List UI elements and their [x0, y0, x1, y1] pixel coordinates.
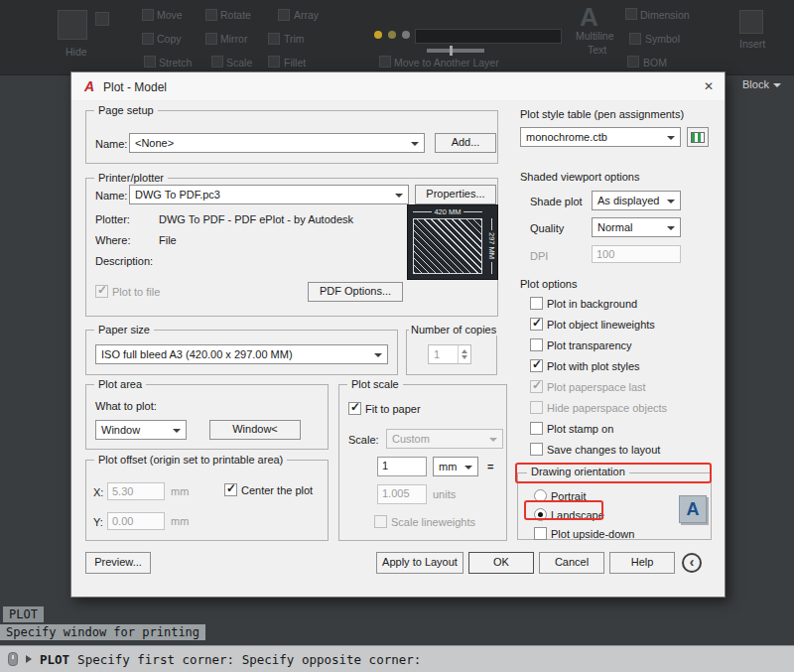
chevron-down-icon — [464, 466, 472, 470]
quality-label: Quality — [530, 222, 564, 234]
copies-spinner: 1 — [428, 344, 471, 364]
portrait-label: Portrait — [551, 490, 586, 502]
ribbon-label-fillet: Fillet — [284, 57, 306, 68]
window-pick-button[interactable]: Window< — [209, 420, 301, 440]
hide-paperspace-objects-label: Hide paperspace objects — [547, 402, 667, 414]
chevron-down-icon — [374, 353, 382, 357]
plot-dialog: A Plot - Model ✕ Page setup Name: <None>… — [70, 71, 726, 598]
where-value: File — [159, 234, 177, 246]
paper-size-dropdown[interactable]: ISO full bleed A3 (420.00 x 297.00 MM) — [95, 344, 388, 364]
page-setup-name-dropdown[interactable]: <None> — [129, 133, 425, 153]
scale-dropdown: Custom — [386, 429, 503, 449]
ribbon-label-array: Array — [294, 9, 319, 21]
symbol-icon — [629, 33, 641, 45]
what-to-plot-dropdown[interactable]: Window — [95, 420, 187, 440]
pdf-options-button[interactable]: PDF Options... — [308, 282, 403, 302]
ribbon-label-rotate: Rotate — [220, 9, 251, 21]
hide-paperspace-objects-checkbox — [530, 401, 543, 414]
ribbon-slider — [427, 49, 484, 53]
ribbon: A Move Rotate Array Dimension Copy Mirro… — [0, 0, 794, 75]
scale-denominator-field: 1.005 — [377, 484, 427, 504]
offset-x-unit: mm — [171, 485, 189, 497]
block-panel-label: Block — [742, 78, 781, 90]
fit-to-paper-checkbox[interactable] — [348, 402, 361, 415]
plot-upside-down-checkbox[interactable] — [534, 527, 547, 540]
ribbon-label-move: Move — [157, 9, 183, 21]
properties-button[interactable]: Properties... — [415, 185, 496, 204]
apply-to-layout-button[interactable]: Apply to Layout — [376, 552, 463, 574]
plot-in-background-checkbox[interactable] — [530, 297, 543, 310]
orientation-legend: Drawing orientation — [527, 466, 629, 477]
plot-transparency-checkbox[interactable] — [530, 338, 543, 351]
spinner-arrows-icon — [458, 345, 470, 363]
plot-with-plot-styles-checkbox[interactable] — [530, 359, 543, 372]
copies-legend: Number of copies — [409, 324, 498, 336]
dimension-icon — [625, 8, 637, 20]
text-tool-icon: A — [580, 2, 598, 33]
printer-name-dropdown[interactable]: DWG To PDF.pc3 — [129, 185, 409, 204]
plot-scale-legend: Plot scale — [347, 378, 403, 390]
plot-stamp-on-checkbox[interactable] — [530, 422, 543, 435]
plotter-label: Plotter: — [95, 213, 130, 225]
scale-icon — [211, 56, 223, 67]
help-button[interactable]: Help — [609, 552, 675, 574]
shade-plot-label: Shade plot — [530, 196, 583, 207]
quality-dropdown[interactable]: Normal — [592, 217, 681, 237]
ribbon-label-text: Text — [588, 44, 606, 56]
where-label: Where: — [95, 234, 130, 246]
center-plot-label: Center the plot — [241, 484, 313, 496]
dpi-field: 100 — [592, 245, 681, 263]
save-changes-to-layout-checkbox[interactable] — [530, 443, 543, 456]
dialog-titlebar[interactable]: A Plot - Model ✕ — [71, 72, 725, 100]
command-prompt-command: PLOT — [40, 652, 69, 667]
copy-icon — [142, 33, 154, 45]
preview-button[interactable]: Preview... — [85, 552, 151, 574]
plot-object-lineweights-checkbox[interactable] — [530, 318, 543, 331]
ribbon-label-mirror: Mirror — [220, 33, 247, 45]
plot-with-plot-styles-label: Plot with plot styles — [547, 360, 640, 372]
ribbon-label-bom: BOM — [643, 57, 667, 68]
paper-height-dimension: 297 MM — [485, 218, 497, 274]
fillet-icon — [268, 56, 280, 67]
close-icon[interactable]: ✕ — [699, 77, 719, 95]
ok-button[interactable]: OK — [468, 552, 534, 574]
offset-y-label: Y: — [93, 516, 103, 528]
plot-to-file-checkbox — [95, 285, 108, 298]
fewer-options-button[interactable]: ‹ — [682, 553, 702, 573]
plot-style-dropdown[interactable]: monochrome.ctb — [520, 127, 681, 147]
plot-in-background-label: Plot in background — [547, 298, 637, 310]
rotate-icon — [205, 9, 217, 21]
scale-equals-sign: = — [487, 461, 493, 472]
command-history-line: Specify window for printing — [0, 624, 205, 640]
ribbon-label-copy: Copy — [157, 33, 182, 45]
plot-upside-down-label: Plot upside-down — [551, 528, 634, 540]
offset-x-field: 5.30 — [107, 482, 165, 500]
description-label: Description: — [95, 255, 153, 267]
center-plot-checkbox[interactable] — [224, 483, 237, 496]
stretch-icon — [144, 56, 156, 67]
ribbon-label-dimension: Dimension — [640, 9, 690, 21]
edit-plot-style-button[interactable] — [687, 127, 709, 147]
command-input-bar[interactable]: PLOTSpecify first corner: Specify opposi… — [0, 645, 794, 672]
landscape-radio[interactable] — [534, 508, 547, 521]
ribbon-layer-field — [415, 29, 562, 44]
portrait-radio[interactable] — [534, 489, 547, 502]
ribbon-icon — [95, 12, 109, 26]
shaded-options-label: Shaded viewport options — [520, 171, 639, 183]
chevron-down-icon — [667, 136, 675, 140]
plot-stamp-on-label: Plot stamp on — [547, 423, 613, 435]
cancel-button[interactable]: Cancel — [539, 552, 604, 574]
shade-plot-dropdown[interactable]: As displayed — [592, 191, 681, 210]
paper-width-dimension: 420 MM — [413, 205, 482, 217]
offset-y-field: 0.00 — [107, 512, 165, 530]
autocad-icon: A — [81, 78, 97, 94]
chevron-down-icon — [667, 226, 675, 230]
orientation-paper-icon: A — [679, 495, 707, 523]
plot-paperspace-last-checkbox — [530, 380, 543, 393]
dpi-label: DPI — [530, 250, 548, 262]
printer-legend: Printer/plotter — [94, 172, 168, 184]
plot-style-table-icon — [691, 132, 705, 143]
plot-offset-legend: Plot offset (origin set to printable are… — [94, 454, 287, 466]
offset-y-unit: mm — [171, 515, 189, 527]
add-button[interactable]: Add... — [435, 133, 496, 153]
